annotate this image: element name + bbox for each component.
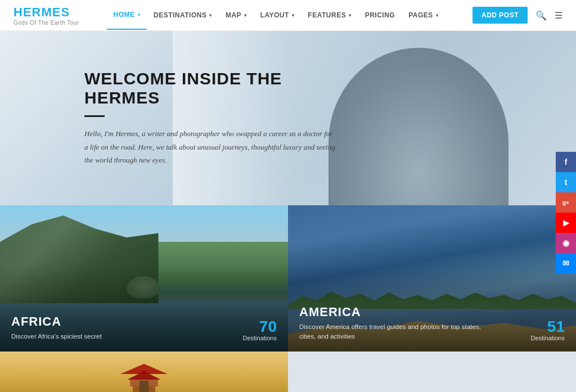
destination-cards-row-2 bbox=[0, 352, 576, 392]
nav-map[interactable]: MAP▾ bbox=[219, 1, 254, 29]
pagoda-icon bbox=[99, 352, 189, 392]
google-plus-button[interactable]: g+ bbox=[556, 192, 576, 213]
logo-title: HERMES bbox=[14, 5, 79, 20]
header: HERMES Gods Of The Earth Tour HOME▾ DEST… bbox=[0, 0, 576, 31]
america-number: 51 bbox=[530, 319, 565, 335]
nav-pricing[interactable]: PRICING bbox=[358, 1, 402, 29]
africa-card[interactable]: AFRICA Discover Africa's spiciest secret… bbox=[0, 205, 288, 352]
asia-card[interactable] bbox=[0, 352, 288, 392]
facebook-button[interactable]: f bbox=[556, 152, 576, 172]
hero-content: WELCOME INSIDE THE HERMES Hello, I'm Her… bbox=[0, 41, 366, 195]
search-icon[interactable]: 🔍 bbox=[536, 10, 547, 21]
africa-count: 70 Destinations bbox=[242, 319, 277, 341]
hero-section: WELCOME INSIDE THE HERMES Hello, I'm Her… bbox=[0, 31, 576, 205]
america-count: 51 Destinations bbox=[530, 319, 565, 341]
logo-h: H bbox=[14, 5, 23, 19]
logo: HERMES Gods Of The Earth Tour bbox=[14, 5, 79, 26]
social-sidebar: f t g+ ▶ ◉ ✉ bbox=[556, 152, 576, 273]
hero-divider bbox=[84, 115, 105, 117]
logo-subtitle: Gods Of The Earth Tour bbox=[14, 20, 79, 26]
chevron-down-icon: ▾ bbox=[292, 13, 295, 18]
america-label: Destinations bbox=[530, 335, 565, 341]
africa-number: 70 bbox=[242, 319, 277, 335]
twitter-button[interactable]: t bbox=[556, 172, 576, 192]
main-nav: HOME▾ DESTINATIONS▾ MAP▾ LAYOUT▾ FEATURE… bbox=[107, 1, 446, 30]
america-card-content: AMERICA Discover America offers travel g… bbox=[299, 305, 565, 342]
chevron-down-icon: ▾ bbox=[436, 13, 439, 18]
mail-button[interactable]: ✉ bbox=[556, 253, 576, 273]
africa-card-content: AFRICA Discover Africa's spiciest secret bbox=[11, 314, 277, 341]
chevron-down-icon: ▾ bbox=[349, 13, 352, 18]
america-card[interactable]: AMERICA Discover America offers travel g… bbox=[288, 205, 576, 352]
chevron-down-icon: ▾ bbox=[138, 12, 141, 17]
add-post-button[interactable]: ADD POST bbox=[472, 7, 528, 24]
placeholder-card bbox=[288, 352, 576, 392]
nav-home[interactable]: HOME▾ bbox=[107, 1, 147, 30]
youtube-button[interactable]: ▶ bbox=[556, 213, 576, 233]
instagram-button[interactable]: ◉ bbox=[556, 233, 576, 253]
destination-cards-row: AFRICA Discover Africa's spiciest secret… bbox=[0, 205, 576, 352]
nav-features[interactable]: FEATURES▾ bbox=[301, 1, 358, 29]
logo-rest: ERMES bbox=[23, 5, 70, 19]
svg-marker-3 bbox=[120, 364, 168, 374]
nav-pages[interactable]: PAGES▾ bbox=[402, 1, 445, 29]
nav-destinations[interactable]: DESTINATIONS▾ bbox=[147, 1, 219, 29]
svg-rect-4 bbox=[140, 381, 148, 392]
header-actions: ADD POST 🔍 ☰ bbox=[472, 7, 562, 24]
africa-label: Destinations bbox=[242, 335, 277, 341]
america-title: AMERICA bbox=[299, 305, 565, 319]
america-desc: Discover America offers travel guides an… bbox=[299, 322, 490, 342]
chevron-down-icon: ▾ bbox=[209, 13, 212, 18]
hero-title: WELCOME INSIDE THE HERMES bbox=[84, 69, 338, 107]
menu-icon[interactable]: ☰ bbox=[555, 10, 562, 21]
africa-desc: Discover Africa's spiciest secret bbox=[11, 332, 202, 341]
hero-body: Hello, I'm Hermes, a writer and photogra… bbox=[84, 127, 338, 166]
chevron-down-icon: ▾ bbox=[244, 13, 247, 18]
africa-title: AFRICA bbox=[11, 314, 277, 329]
nav-layout[interactable]: LAYOUT▾ bbox=[254, 1, 302, 29]
